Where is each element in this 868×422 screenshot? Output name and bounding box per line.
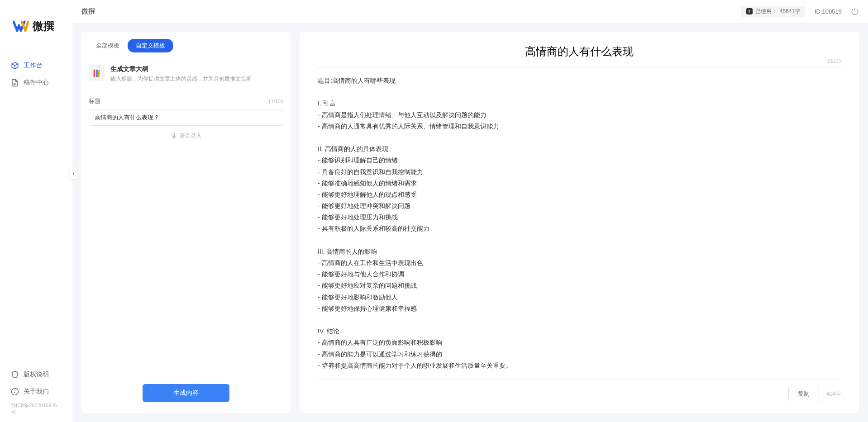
output-footer: 复制 404字 [318, 379, 841, 413]
chevron-left-icon [71, 171, 76, 176]
tab-custom-templates[interactable]: 自定义模板 [128, 39, 173, 52]
form-section: 标题 11/100 [81, 88, 291, 126]
sidebar-collapse-handle[interactable] [70, 168, 77, 179]
main-nav: 工作台 稿件中心 [0, 48, 72, 100]
template-tabs: 全部模板 自定义模板 [81, 32, 291, 60]
main-area: 微撰 T 已使用： 45641字 ID:100519 全部模板 [72, 0, 868, 422]
output-title-count: 10/100 [300, 59, 859, 64]
template-card: 生成文章大纲 输入标题，为你提供文章主体的灵感，并为其创建推文提纲 [81, 60, 291, 88]
text-icon: T [746, 8, 753, 14]
usage-label: 已使用： [755, 8, 777, 15]
template-info: 生成文章大纲 输入标题，为你提供文章主体的灵感，并为其创建推文提纲 [110, 65, 283, 83]
shield-icon [11, 370, 19, 379]
svg-rect-3 [98, 70, 100, 77]
usage-badge[interactable]: T 已使用： 45641字 [741, 6, 806, 17]
output-panel: 高情商的人有什么表现 10/100 题目:高情商的人有哪些表现 I. 引言 - … [300, 32, 859, 413]
nav-item-label: 稿件中心 [24, 79, 49, 87]
document-icon [11, 79, 19, 87]
nav-item-label: 关于我们 [24, 388, 49, 396]
logo-icon [13, 18, 29, 34]
voice-input-button[interactable]: 语音录入 [81, 126, 291, 146]
sidebar-bottom: 版权说明 关于我们 鄂ICP备2022016946号 [0, 366, 72, 417]
template-title: 生成文章大纲 [110, 65, 283, 73]
output-content[interactable]: 题目:高情商的人有哪些表现 I. 引言 - 高情商是指人们处理情绪、与他人互动以… [300, 75, 859, 374]
books-icon [89, 65, 105, 81]
word-count: 404字 [826, 390, 841, 398]
content-area: 全部模板 自定义模板 生成文章大纲 输入标题，为你提供文章主体的灵感， [72, 23, 868, 422]
nav-item-label: 版权说明 [24, 370, 49, 379]
header-title: 微撰 [81, 7, 95, 16]
nav-item-about[interactable]: 关于我们 [0, 383, 72, 400]
svg-rect-1 [94, 70, 95, 77]
cube-icon [11, 62, 19, 70]
nav-item-label: 工作台 [24, 62, 43, 70]
icp-link[interactable]: 鄂ICP备2022016946号 [0, 400, 72, 417]
microphone-icon [171, 133, 177, 139]
power-icon[interactable] [851, 7, 859, 15]
svg-rect-2 [96, 70, 98, 77]
title-input[interactable] [89, 109, 283, 126]
user-id: ID:100519 [815, 8, 842, 15]
copy-button[interactable]: 复制 [788, 387, 819, 401]
logo[interactable]: 微撰 [0, 0, 72, 48]
divider [318, 67, 841, 68]
nav-item-copyright[interactable]: 版权说明 [0, 366, 72, 383]
nav-item-workspace[interactable]: 工作台 [0, 57, 72, 74]
generate-button[interactable]: 生成内容 [143, 384, 229, 402]
title-label: 标题 [89, 97, 100, 105]
header: 微撰 T 已使用： 45641字 ID:100519 [72, 0, 868, 23]
template-desc: 输入标题，为你提供文章主体的灵感，并为其创建推文提纲 [110, 75, 283, 83]
sidebar: 微撰 工作台 [0, 0, 72, 422]
input-panel: 全部模板 自定义模板 生成文章大纲 输入标题，为你提供文章主体的灵感， [81, 32, 291, 413]
nav-item-drafts[interactable]: 稿件中心 [0, 74, 72, 91]
info-icon [11, 388, 19, 396]
voice-input-label: 语音录入 [180, 132, 201, 140]
title-char-count: 11/100 [268, 99, 283, 104]
usage-value: 45641字 [780, 8, 800, 15]
svg-rect-4 [173, 133, 175, 137]
tab-all-templates[interactable]: 全部模板 [88, 39, 128, 52]
logo-text: 微撰 [33, 19, 54, 33]
